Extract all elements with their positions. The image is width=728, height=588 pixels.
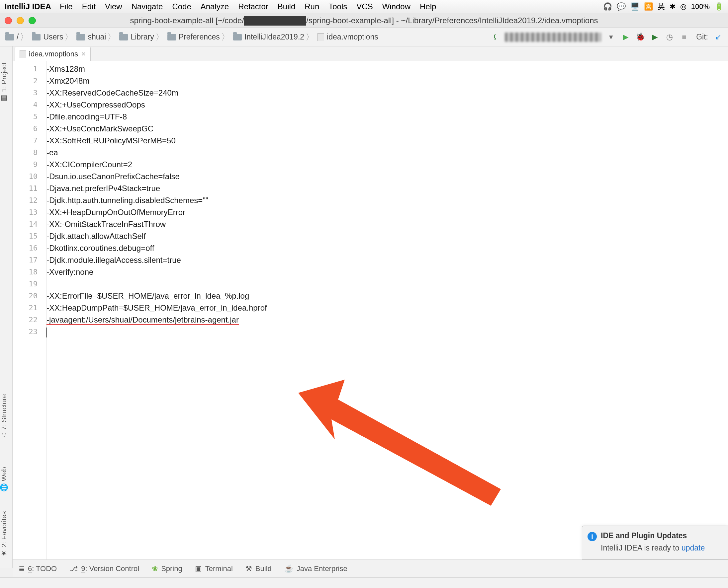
code-line[interactable]: -javaagent:/Users/shuai/Documents/jetbra… (46, 314, 728, 326)
traffic-lights (5, 17, 36, 24)
menu-edit[interactable]: Edit (82, 2, 96, 11)
editor-tabs: idea.vmoptions × (13, 46, 728, 61)
build-hammer-icon[interactable]: ⤹ (490, 33, 500, 42)
ime-icon[interactable]: 🈺 (644, 2, 653, 11)
right-margin-line (606, 61, 606, 560)
info-icon: i (587, 532, 597, 541)
menu-window[interactable]: Window (382, 2, 410, 11)
tool-window-project[interactable]: ▤ 1: Project (0, 58, 13, 107)
run-config-dropdown-icon[interactable]: ▾ (606, 33, 616, 42)
git-update-icon[interactable]: ↙ (713, 33, 723, 42)
menu-help[interactable]: Help (420, 2, 436, 11)
code-line[interactable]: -XX:+HeapDumpOnOutOfMemoryError (46, 206, 728, 218)
battery-icon[interactable]: 🔋 (714, 2, 723, 11)
code-line[interactable]: -XX:ErrorFile=$USER_HOME/java_error_in_i… (46, 290, 728, 302)
code-line[interactable]: -Xms128m (46, 63, 728, 75)
menu-code[interactable]: Code (172, 2, 191, 11)
stop-button-icon[interactable]: ■ (680, 33, 689, 42)
display-icon[interactable]: 🖥️ (630, 2, 639, 11)
code-line[interactable]: -XX:HeapDumpPath=$USER_HOME/java_error_i… (46, 302, 728, 314)
profiler-button-icon[interactable]: ◷ (665, 33, 674, 42)
code-line[interactable]: -Djdk.module.illegalAccess.silent=true (46, 254, 728, 266)
line-number: 5 (13, 111, 46, 123)
line-number: 10 (13, 171, 46, 183)
code-line[interactable]: -XX:CICompilerCount=2 (46, 159, 728, 171)
bluetooth-icon[interactable]: ✱ (670, 2, 675, 11)
update-notification-popup[interactable]: i IDE and Plugin Updates IntelliJ IDEA i… (582, 526, 728, 560)
run-config-selector[interactable] (505, 33, 601, 42)
tool-window-todo[interactable]: ≣6: TODO (19, 564, 57, 573)
update-link[interactable]: update (682, 544, 705, 552)
zoom-window-button[interactable] (28, 17, 36, 24)
ime2-icon[interactable]: 英 (658, 2, 665, 12)
breadcrumb-shuai[interactable]: shuai〉 (76, 31, 117, 43)
system-tray: 🎧 💬 🖥️ 🈺 英 ✱ ◎ 100% 🔋 (603, 2, 723, 12)
breadcrumb-intellij[interactable]: IntelliJIdea2019.2〉 (233, 31, 316, 43)
line-number: 22 (13, 314, 46, 326)
battery-percent[interactable]: 100% (691, 2, 710, 11)
code-line[interactable]: -Djava.net.preferIPv4Stack=true (46, 183, 728, 194)
menu-navigate[interactable]: Navigate (132, 2, 163, 11)
code-line[interactable]: -XX:SoftRefLRUPolicyMSPerMB=50 (46, 135, 728, 147)
tab-idea-vmoptions[interactable]: idea.vmoptions × (15, 47, 91, 61)
menu-vcs[interactable]: VCS (356, 2, 372, 11)
tab-label: idea.vmoptions (29, 50, 78, 58)
file-icon (20, 50, 26, 58)
menu-build[interactable]: Build (278, 2, 295, 11)
wifi-icon[interactable]: ◎ (680, 2, 687, 11)
menu-file[interactable]: File (60, 2, 73, 11)
code-line[interactable]: -Djdk.http.auth.tunneling.disabledScheme… (46, 194, 728, 206)
code-line[interactable]: -Djdk.attach.allowAttachSelf (46, 230, 728, 242)
code-line[interactable]: -Dsun.io.useCanonPrefixCache=false (46, 171, 728, 183)
code-area[interactable]: -Xms128m-Xmx2048m-XX:ReservedCodeCacheSi… (46, 61, 728, 560)
folder-icon (167, 34, 176, 41)
menu-tools[interactable]: Tools (328, 2, 347, 11)
line-number: 1 (13, 63, 46, 75)
tool-window-build[interactable]: ⚒Build (245, 564, 272, 573)
tool-window-version-control[interactable]: ⎇9: Version Control (69, 564, 139, 573)
breadcrumb-root[interactable]: /〉 (5, 31, 30, 43)
menu-refactor[interactable]: Refactor (238, 2, 268, 11)
debug-button-icon[interactable]: 🐞 (636, 33, 645, 42)
tool-window-spring[interactable]: ❀Spring (152, 564, 182, 573)
breadcrumb-preferences[interactable]: Preferences〉 (167, 31, 231, 43)
wechat-icon[interactable]: 💬 (617, 2, 626, 11)
bottom-tool-bar: ≣6: TODO ⎇9: Version Control ❀Spring ▣Te… (13, 560, 728, 578)
code-line[interactable]: -Xverify:none (46, 266, 728, 278)
code-line[interactable]: -ea (46, 147, 728, 159)
menu-view[interactable]: View (105, 2, 122, 11)
minimize-window-button[interactable] (17, 17, 24, 24)
file-icon (318, 33, 324, 41)
run-button-icon[interactable]: ▶ (621, 33, 630, 42)
code-line[interactable]: -XX:+UseConcMarkSweepGC (46, 123, 728, 135)
breadcrumb-file[interactable]: idea.vmoptions (318, 33, 378, 41)
line-number: 11 (13, 183, 46, 194)
code-line[interactable]: -XX:-OmitStackTraceInFastThrow (46, 218, 728, 230)
popup-title: IDE and Plugin Updates (601, 531, 721, 540)
coverage-button-icon[interactable]: ▶ (650, 33, 660, 42)
code-line[interactable] (46, 326, 728, 338)
app-name: IntelliJ IDEA (5, 2, 51, 11)
line-number: 19 (13, 278, 46, 290)
tool-window-web[interactable]: 🌐 Web (0, 461, 13, 498)
tool-window-terminal[interactable]: ▣Terminal (195, 564, 233, 573)
menu-run[interactable]: Run (305, 2, 319, 11)
tool-window-structure[interactable]: ⛬ 7: Structure (0, 388, 13, 445)
headphones-icon[interactable]: 🎧 (603, 2, 612, 11)
editor[interactable]: 1234567891011121314151617181920212223 -X… (13, 61, 728, 560)
breadcrumb-library[interactable]: Library〉 (119, 31, 165, 43)
code-line[interactable] (46, 278, 728, 290)
close-tab-icon[interactable]: × (81, 50, 86, 58)
folder-icon (233, 34, 242, 41)
menu-analyze[interactable]: Analyze (201, 2, 229, 11)
code-line[interactable]: -Dfile.encoding=UTF-8 (46, 111, 728, 123)
breadcrumb-users[interactable]: Users〉 (32, 31, 75, 43)
code-line[interactable]: -XX:+UseCompressedOops (46, 99, 728, 111)
close-window-button[interactable] (5, 17, 12, 24)
tool-window-java-enterprise[interactable]: ☕Java Enterprise (284, 564, 347, 573)
line-number: 3 (13, 87, 46, 99)
code-line[interactable]: -XX:ReservedCodeCacheSize=240m (46, 87, 728, 99)
code-line[interactable]: -Dkotlinx.coroutines.debug=off (46, 242, 728, 254)
tool-window-favorites[interactable]: ★ 2: Favorites (0, 504, 13, 564)
code-line[interactable]: -Xmx2048m (46, 75, 728, 87)
